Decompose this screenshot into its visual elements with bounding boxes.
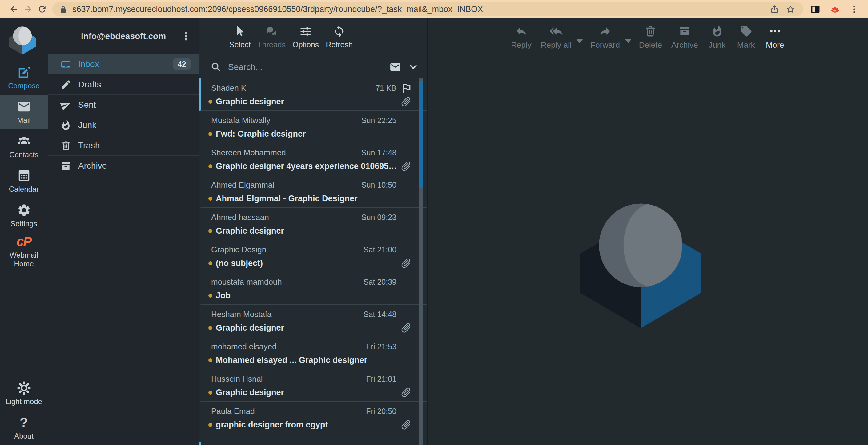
message-subject: Graphic designer bbox=[216, 388, 284, 397]
folder-archive[interactable]: Archive bbox=[48, 155, 199, 176]
nav-item-label: Settings bbox=[10, 219, 37, 228]
message-date: Fri 20:50 bbox=[362, 407, 397, 416]
folder-menu-kebab-icon[interactable] bbox=[179, 28, 193, 45]
inbox-icon bbox=[60, 59, 71, 70]
nav-item-contacts[interactable]: Contacts bbox=[0, 129, 48, 164]
message-row[interactable]: Mustafa MitwallySun 22:25Fwd: Graphic de… bbox=[199, 111, 427, 143]
reply-all-menu-caret-icon[interactable] bbox=[576, 39, 583, 43]
screen: s637.bom7.mysecurecloudhost.com:2096/cps… bbox=[0, 0, 868, 445]
tag-icon bbox=[740, 25, 752, 39]
more-button[interactable]: More bbox=[765, 25, 785, 50]
junk-button[interactable]: Junk bbox=[707, 25, 727, 50]
unread-dot bbox=[208, 100, 212, 104]
message-row[interactable]: Ahmed ElgammalSun 10:50Ahmad Elgmmal - G… bbox=[199, 176, 427, 208]
folder-inbox[interactable]: Inbox42 bbox=[48, 54, 199, 74]
message-row[interactable]: Hesham MostafaSat 14:48Graphic designer bbox=[199, 305, 427, 337]
message-row[interactable]: Ahmed hassaanSun 09:23Graphic designer bbox=[199, 208, 427, 240]
message-line2: Graphic designer bbox=[205, 225, 414, 237]
message-line2: Job bbox=[205, 289, 414, 301]
nav-item-calendar[interactable]: Calendar bbox=[0, 164, 48, 198]
folder-sent[interactable]: Sent bbox=[48, 94, 199, 115]
nav-item-settings[interactable]: Settings bbox=[0, 198, 48, 233]
paper-plane-icon bbox=[60, 99, 71, 110]
nav-item-webmail-home[interactable]: cPWebmail Home bbox=[0, 233, 48, 270]
folder-trash[interactable]: Trash bbox=[48, 135, 199, 155]
delete-button[interactable]: Delete bbox=[639, 25, 662, 50]
message-sender: Shaden K bbox=[211, 84, 246, 93]
message-row[interactable]: Shereen MohammedSun 17:48Graphic designe… bbox=[199, 143, 427, 176]
nav-item-about[interactable]: ?About bbox=[0, 411, 48, 445]
nav-item-mail[interactable]: Mail bbox=[0, 95, 48, 129]
message-line2: Graphic designer bbox=[205, 322, 414, 334]
roundcube-watermark-icon bbox=[576, 190, 720, 341]
message-line1: Shereen MohammedSun 17:48 bbox=[205, 147, 414, 159]
message-line1: Paula EmadFri 20:50 bbox=[205, 405, 414, 417]
message-row[interactable]: moustafa mamdouhSat 20:39Job bbox=[199, 272, 427, 305]
flag-icon[interactable] bbox=[400, 82, 412, 94]
forward-button[interactable]: Forward bbox=[590, 25, 620, 50]
share-icon[interactable] bbox=[767, 2, 782, 16]
search-input[interactable]: Search... bbox=[228, 62, 389, 72]
nav-item-label: Mail bbox=[17, 116, 30, 125]
search-bar[interactable]: Search... bbox=[199, 56, 427, 78]
toolbar-button-label: Refresh bbox=[326, 40, 353, 49]
toolbar-button-label: Forward bbox=[590, 40, 620, 50]
reply-all-button[interactable]: Reply all bbox=[541, 25, 571, 50]
reply-button[interactable]: Reply bbox=[511, 25, 531, 50]
calendar-icon bbox=[17, 169, 31, 183]
refresh-button[interactable]: Refresh bbox=[322, 25, 356, 49]
message-sender: Graphic Design bbox=[211, 245, 266, 255]
search-icon bbox=[211, 62, 221, 72]
reload-icon[interactable] bbox=[35, 2, 49, 16]
message-attachment-slot bbox=[400, 419, 414, 431]
threads-button[interactable]: Threads bbox=[254, 25, 289, 49]
select-button[interactable]: Select bbox=[226, 25, 254, 49]
folder-drafts[interactable]: Drafts bbox=[48, 74, 199, 94]
address-bar[interactable]: s637.bom7.mysecurecloudhost.com:2096/cps… bbox=[52, 2, 803, 16]
message-date: Sun 22:25 bbox=[358, 116, 397, 125]
side-panel-icon[interactable] bbox=[808, 2, 823, 17]
message-row[interactable]: Paula EmadFri 20:50graphic designer from… bbox=[199, 402, 427, 434]
search-scope-envelope-icon[interactable] bbox=[389, 61, 402, 73]
message-sender: Mustafa Mitwally bbox=[211, 116, 270, 125]
forward-icon bbox=[599, 25, 612, 39]
message-attachment-slot bbox=[400, 386, 414, 398]
toolbar-button-label: More bbox=[766, 40, 784, 50]
folder-label: Trash bbox=[78, 140, 100, 151]
bookmark-star-icon[interactable] bbox=[782, 2, 799, 16]
gear-icon bbox=[17, 203, 31, 217]
search-expand-chevron-down-icon[interactable] bbox=[409, 62, 418, 72]
forward-menu-caret-icon[interactable] bbox=[625, 39, 631, 43]
message-row[interactable]: Graphic DesignSat 21:00(no subject) bbox=[199, 240, 427, 272]
message-line2: Ahmad Elgmmal - Graphic Designer bbox=[205, 192, 414, 205]
message-sender: moustafa mamdouh bbox=[211, 277, 282, 287]
message-attachment-slot bbox=[400, 160, 414, 172]
message-date: Sun 09:23 bbox=[358, 213, 397, 222]
nav-item-light-mode[interactable]: Light mode bbox=[0, 376, 48, 411]
options-button[interactable]: Options bbox=[289, 25, 322, 49]
nav-item-compose[interactable]: Compose bbox=[0, 60, 48, 95]
folder-junk[interactable]: Junk bbox=[48, 115, 199, 135]
list-scrollbar-thumb[interactable] bbox=[419, 81, 423, 188]
folder-label: Inbox bbox=[78, 59, 99, 69]
message-row[interactable]: Shaden K71 KBGraphic designer bbox=[199, 78, 427, 111]
message-row[interactable]: Hussein HsnalFri 21:01Graphic designer bbox=[199, 369, 427, 402]
archive-button[interactable]: Archive bbox=[671, 25, 698, 50]
next-row-focus-sliver bbox=[199, 442, 201, 445]
nav-item-label: Compose bbox=[8, 82, 40, 90]
forward-icon[interactable] bbox=[21, 2, 35, 16]
mark-button[interactable]: Mark bbox=[736, 25, 756, 50]
unread-dot bbox=[208, 358, 212, 362]
envelope-icon bbox=[17, 100, 31, 114]
message-line1: Graphic DesignSat 21:00 bbox=[205, 244, 414, 256]
message-sender: Hussein Hsnal bbox=[211, 374, 263, 384]
reply-all-icon bbox=[550, 25, 563, 39]
message-subject: Graphic designer bbox=[216, 226, 284, 236]
browser-menu-kebab-icon[interactable] bbox=[847, 2, 861, 16]
extension-shell-icon[interactable] bbox=[827, 2, 843, 17]
app: ComposeMailContactsCalendarSettingscPWeb… bbox=[0, 19, 868, 445]
toolbar-button-label: Archive bbox=[671, 40, 698, 50]
back-icon[interactable] bbox=[7, 2, 21, 16]
message-row[interactable]: mohamed elsayedFri 21:53Mohamed elsayed … bbox=[199, 337, 427, 369]
roundcube-logo-icon[interactable] bbox=[0, 20, 48, 60]
